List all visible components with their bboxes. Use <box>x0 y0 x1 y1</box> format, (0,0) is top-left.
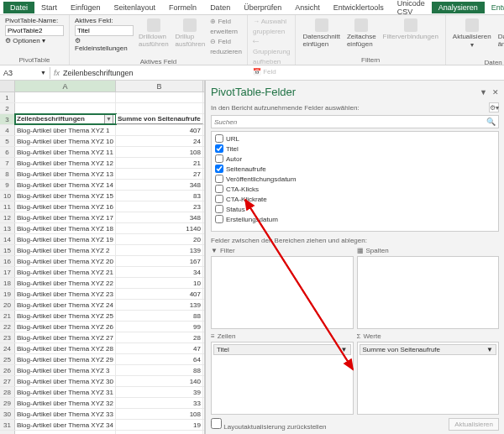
pivot-row-header[interactable]: Zeilenbeschriftungen▼ <box>15 114 116 124</box>
cell[interactable]: Blog-Artikel über Thema XYZ 35 <box>15 431 116 434</box>
tab-ueberpruefen[interactable]: Überprüfen <box>237 2 288 13</box>
cell[interactable]: 140 <box>116 376 203 386</box>
cell[interactable]: Blog-Artikel über Thema XYZ 23 <box>15 289 116 299</box>
tab-formeln[interactable]: Formeln <box>162 2 203 13</box>
cell[interactable]: Blog-Artikel über Thema XYZ 31 <box>15 387 116 397</box>
row-header[interactable]: 6 <box>0 147 15 157</box>
cell[interactable]: 21 <box>116 158 203 168</box>
cell[interactable]: 27 <box>116 169 203 179</box>
row-header[interactable]: 26 <box>0 365 15 375</box>
cell[interactable]: 108 <box>116 147 203 157</box>
search-input[interactable] <box>214 118 486 126</box>
tab-analysieren[interactable]: Analysieren <box>432 2 485 13</box>
cell[interactable]: 88 <box>116 365 203 375</box>
row-header[interactable]: 11 <box>0 201 15 212</box>
cell[interactable]: 348 <box>116 180 203 190</box>
cell[interactable]: Blog-Artikel über Thema XYZ 25 <box>15 311 116 321</box>
row-header[interactable]: 4 <box>0 125 15 135</box>
cell[interactable]: 88 <box>116 311 203 321</box>
cell[interactable]: 407 <box>116 125 203 135</box>
row-header[interactable]: 31 <box>0 420 15 430</box>
field-checkbox[interactable] <box>215 134 223 143</box>
expand-field-button[interactable]: ⊕ Feld erweitern <box>210 17 242 37</box>
rows-item[interactable]: Titel▼ <box>213 344 351 355</box>
panel-refresh-button[interactable]: Aktualisieren <box>449 418 499 431</box>
cell[interactable]: Blog-Artikel über Thema XYZ 26 <box>15 322 116 332</box>
cell[interactable]: Blog-Artikel über Thema XYZ 13 <box>15 169 116 179</box>
row-header[interactable]: 32 <box>0 431 15 434</box>
pivotname-input[interactable] <box>5 25 64 36</box>
cell[interactable]: Blog-Artikel über Thema XYZ 15 <box>15 191 116 201</box>
cell[interactable]: Blog-Artikel über Thema XYZ 24 <box>15 300 116 310</box>
cell[interactable]: 20 <box>116 234 203 244</box>
tab-seitenlayout[interactable]: Seitenlayout <box>108 2 163 13</box>
cell[interactable]: Blog-Artikel über Thema XYZ 32 <box>15 398 116 408</box>
cell[interactable]: 139 <box>116 245 203 255</box>
spreadsheet-grid[interactable]: A B 123Zeilenbeschriftungen▼Summe von Se… <box>0 81 205 434</box>
filter-dropdown-icon[interactable]: ▼ <box>104 114 113 124</box>
row-header[interactable]: 9 <box>0 180 15 190</box>
field-search[interactable]: 🔍 <box>211 115 499 128</box>
row-header[interactable]: 10 <box>0 191 15 201</box>
cell[interactable]: Blog-Artikel über Thema XYZ 30 <box>15 376 116 386</box>
row-header[interactable]: 24 <box>0 343 15 353</box>
cell[interactable]: 348 <box>116 212 203 222</box>
field-item[interactable]: Titel <box>213 144 496 154</box>
cell[interactable]: Blog-Artikel über Thema XYZ 1 <box>15 125 116 135</box>
row-header[interactable]: 3 <box>0 114 15 124</box>
tab-einfuegen[interactable]: Einfügen <box>64 2 108 13</box>
row-header[interactable]: 8 <box>0 169 15 179</box>
tab-entwicklertools[interactable]: Entwicklertools <box>327 2 391 13</box>
field-checkbox[interactable] <box>215 185 223 193</box>
cell[interactable]: Blog-Artikel über Thema XYZ 33 <box>15 409 116 419</box>
row-header[interactable]: 17 <box>0 267 15 277</box>
cell[interactable]: 64 <box>116 354 203 364</box>
field-checkbox[interactable] <box>215 154 223 163</box>
cell[interactable]: 47 <box>116 343 203 353</box>
row-header[interactable]: 16 <box>0 256 15 266</box>
field-item[interactable]: Seitenaufrufe <box>213 164 496 174</box>
cell[interactable]: 1140 <box>116 223 203 233</box>
cell[interactable]: 10 <box>116 278 203 288</box>
cell[interactable]: 19 <box>116 420 203 430</box>
cell[interactable]: Blog-Artikel über Thema XYZ 11 <box>15 147 116 157</box>
cell[interactable]: 108 <box>116 409 203 419</box>
tab-datei[interactable]: Datei <box>3 2 34 13</box>
cell[interactable]: 39 <box>116 387 203 397</box>
cell[interactable]: 99 <box>116 322 203 332</box>
field-checkbox[interactable] <box>215 175 223 183</box>
filter-area[interactable] <box>211 256 354 329</box>
refresh-button[interactable]: Aktualisieren ▾ <box>451 17 493 50</box>
fieldsettings-button[interactable]: ⚙ Feldeinstellungen <box>75 37 134 52</box>
tab-start[interactable]: Start <box>34 2 64 13</box>
pivot-col-header[interactable]: Summe von Seitenaufrufe <box>116 114 203 124</box>
cell[interactable]: 34 <box>116 267 203 277</box>
timeline-button[interactable]: Zeitachse einfügen <box>345 17 378 50</box>
defer-layout-checkbox[interactable]: Layoutaktualisierung zurückstellen <box>211 418 327 431</box>
cell[interactable]: Blog-Artikel über Thema XYZ 12 <box>15 158 116 168</box>
slicer-button[interactable]: Datenschnitt einfügen <box>301 17 341 50</box>
tab-daten[interactable]: Daten <box>203 2 237 13</box>
cell[interactable]: Blog-Artikel über Thema XYZ 29 <box>15 354 116 364</box>
panel-dropdown-icon[interactable]: ▼ <box>480 88 487 97</box>
activefield-input[interactable] <box>75 25 134 36</box>
field-item[interactable]: CTA-Klicks <box>213 184 496 194</box>
cell[interactable]: Blog-Artikel über Thema XYZ 18 <box>15 223 116 233</box>
rows-area[interactable]: Titel▼ <box>211 342 354 415</box>
cell[interactable]: Blog-Artikel über Thema XYZ 3 <box>15 365 116 375</box>
cell[interactable]: 33 <box>116 398 203 408</box>
row-header[interactable]: 18 <box>0 278 15 288</box>
panel-close-icon[interactable]: ✕ <box>492 88 499 97</box>
name-box[interactable]: A3▼ <box>0 67 50 79</box>
cell[interactable]: 167 <box>116 256 203 266</box>
row-header[interactable]: 22 <box>0 322 15 332</box>
row-header[interactable]: 28 <box>0 387 15 397</box>
row-header[interactable]: 12 <box>0 212 15 222</box>
fx-icon[interactable]: fx <box>54 69 60 77</box>
tab-entwurf[interactable]: Entwurf <box>485 2 504 13</box>
cell[interactable]: 24 <box>116 136 203 146</box>
cell[interactable]: 139 <box>116 300 203 310</box>
field-item[interactable]: Status <box>213 204 496 214</box>
col-header-a[interactable]: A <box>15 81 116 92</box>
options-button[interactable]: ⚙ Optionen ▾ <box>5 37 45 44</box>
